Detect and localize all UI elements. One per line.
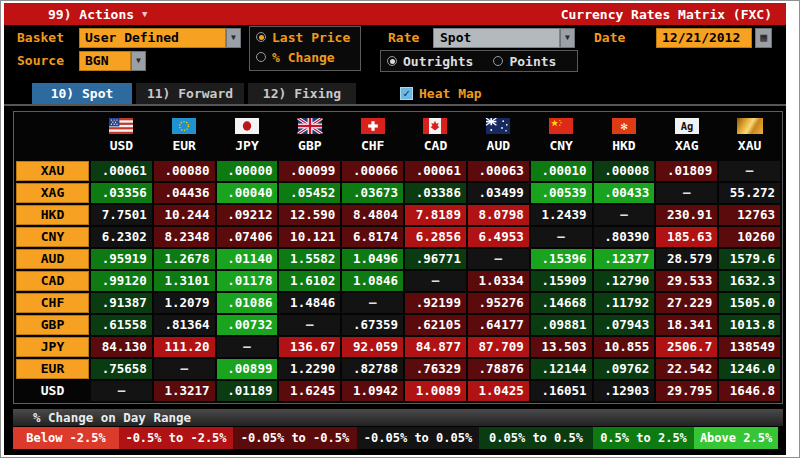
- cell-chf-eur[interactable]: 1.2079: [154, 293, 215, 313]
- row-label-cny[interactable]: CNY: [16, 227, 89, 247]
- cell-usd-gbp[interactable]: 1.6245: [279, 381, 340, 401]
- cell-chf-usd[interactable]: .91387: [91, 293, 152, 313]
- cell-hkd-aud[interactable]: 8.0798: [468, 205, 529, 225]
- radio-change[interactable]: % Change: [250, 47, 360, 67]
- cell-usd-xag[interactable]: 29.795: [656, 381, 717, 401]
- cell-hkd-chf[interactable]: 8.4804: [342, 205, 403, 225]
- heat-map-toggle[interactable]: ✓ Heat Map: [400, 83, 482, 104]
- cell-jpy-usd[interactable]: 84.130: [91, 337, 152, 357]
- row-label-gbp[interactable]: GBP: [16, 315, 89, 335]
- cell-aud-xau[interactable]: 1579.6: [719, 249, 780, 269]
- cell-cny-eur[interactable]: 8.2348: [154, 227, 215, 247]
- cell-cad-gbp[interactable]: 1.6102: [279, 271, 340, 291]
- cell-chf-aud[interactable]: .95276: [468, 293, 529, 313]
- cell-gbp-eur[interactable]: .81364: [154, 315, 215, 335]
- cell-eur-xau[interactable]: 1246.0: [719, 359, 780, 379]
- cell-cad-xag[interactable]: 29.533: [656, 271, 717, 291]
- cell-chf-chf[interactable]: –: [342, 293, 403, 313]
- cell-aud-chf[interactable]: 1.0496: [342, 249, 403, 269]
- cell-jpy-xag[interactable]: 2506.7: [656, 337, 717, 357]
- cell-gbp-chf[interactable]: .67359: [342, 315, 403, 335]
- calendar-icon[interactable]: ▦: [755, 28, 772, 48]
- cell-eur-aud[interactable]: .78876: [468, 359, 529, 379]
- cell-chf-gbp[interactable]: 1.4846: [279, 293, 340, 313]
- cell-chf-xag[interactable]: 27.229: [656, 293, 717, 313]
- cell-eur-usd[interactable]: .75658: [91, 359, 152, 379]
- row-label-jpy[interactable]: JPY: [16, 337, 89, 357]
- actions-menu[interactable]: 99) Actions ▼: [48, 7, 148, 22]
- cell-eur-chf[interactable]: .82788: [342, 359, 403, 379]
- date-input[interactable]: 12/21/2012: [656, 28, 752, 48]
- cell-cad-chf[interactable]: 1.0846: [342, 271, 403, 291]
- cell-aud-gbp[interactable]: 1.5582: [279, 249, 340, 269]
- row-label-eur[interactable]: EUR: [16, 359, 89, 379]
- tab-11-forward[interactable]: 11) Forward: [136, 83, 244, 104]
- row-label-hkd[interactable]: HKD: [16, 205, 89, 225]
- cell-hkd-hkd[interactable]: –: [594, 205, 655, 225]
- cell-jpy-jpy[interactable]: –: [217, 337, 278, 357]
- row-label-chf[interactable]: CHF: [16, 293, 89, 313]
- cell-xau-jpy[interactable]: .00000: [217, 161, 278, 181]
- cell-gbp-gbp[interactable]: –: [279, 315, 340, 335]
- basket-select[interactable]: User Defined: [79, 28, 226, 48]
- heat-map-checkbox-icon[interactable]: ✓: [400, 87, 413, 100]
- cell-aud-usd[interactable]: .95919: [91, 249, 152, 269]
- cell-xag-aud[interactable]: .03499: [468, 183, 529, 203]
- cell-cny-hkd[interactable]: .80390: [594, 227, 655, 247]
- cell-chf-cny[interactable]: .14668: [531, 293, 592, 313]
- cell-cny-gbp[interactable]: 10.121: [279, 227, 340, 247]
- cell-jpy-cad[interactable]: 84.877: [405, 337, 466, 357]
- cell-cny-jpy[interactable]: .07406: [217, 227, 278, 247]
- cell-eur-xag[interactable]: 22.542: [656, 359, 717, 379]
- cell-jpy-cny[interactable]: 13.503: [531, 337, 592, 357]
- cell-xau-xau[interactable]: –: [719, 161, 780, 181]
- cell-xau-chf[interactable]: .00066: [342, 161, 403, 181]
- cell-aud-xag[interactable]: 28.579: [656, 249, 717, 269]
- cell-cad-eur[interactable]: 1.3101: [154, 271, 215, 291]
- cell-gbp-hkd[interactable]: .07943: [594, 315, 655, 335]
- radio-points[interactable]: Points: [487, 51, 556, 71]
- cell-chf-hkd[interactable]: .11792: [594, 293, 655, 313]
- source-select[interactable]: BGN: [79, 51, 131, 71]
- cell-aud-aud[interactable]: –: [468, 249, 529, 269]
- cell-xag-gbp[interactable]: .05452: [279, 183, 340, 203]
- cell-xag-eur[interactable]: .04436: [154, 183, 215, 203]
- cell-aud-cad[interactable]: .96771: [405, 249, 466, 269]
- row-label-xag[interactable]: XAG: [16, 183, 89, 203]
- row-label-aud[interactable]: AUD: [16, 249, 89, 269]
- cell-chf-xau[interactable]: 1505.0: [719, 293, 780, 313]
- cell-cad-xau[interactable]: 1632.3: [719, 271, 780, 291]
- cell-usd-cad[interactable]: 1.0089: [405, 381, 466, 401]
- cell-xag-hkd[interactable]: .00433: [594, 183, 655, 203]
- cell-usd-eur[interactable]: 1.3217: [154, 381, 215, 401]
- cell-jpy-aud[interactable]: 87.709: [468, 337, 529, 357]
- cell-chf-jpy[interactable]: .01086: [217, 293, 278, 313]
- cell-eur-jpy[interactable]: .00899: [217, 359, 278, 379]
- radio-outrights[interactable]: Outrights: [381, 51, 473, 71]
- cell-hkd-cad[interactable]: 7.8189: [405, 205, 466, 225]
- cell-gbp-cny[interactable]: .09881: [531, 315, 592, 335]
- row-label-xau[interactable]: XAU: [16, 161, 89, 181]
- cell-cny-usd[interactable]: 6.2302: [91, 227, 152, 247]
- row-label-cad[interactable]: CAD: [16, 271, 89, 291]
- cell-chf-cad[interactable]: .92199: [405, 293, 466, 313]
- cell-usd-aud[interactable]: 1.0425: [468, 381, 529, 401]
- cell-cny-cad[interactable]: 6.2856: [405, 227, 466, 247]
- cell-eur-gbp[interactable]: 1.2290: [279, 359, 340, 379]
- cell-jpy-eur[interactable]: 111.20: [154, 337, 215, 357]
- cell-xag-jpy[interactable]: .00040: [217, 183, 278, 203]
- rate-select[interactable]: Spot: [433, 28, 560, 48]
- cell-eur-eur[interactable]: –: [154, 359, 215, 379]
- rate-dropdown-arrow-icon[interactable]: ▼: [560, 28, 575, 48]
- cell-gbp-cad[interactable]: .62105: [405, 315, 466, 335]
- cell-hkd-eur[interactable]: 10.244: [154, 205, 215, 225]
- cell-hkd-jpy[interactable]: .09212: [217, 205, 278, 225]
- cell-xau-usd[interactable]: .00061: [91, 161, 152, 181]
- cell-cad-cad[interactable]: –: [405, 271, 466, 291]
- cell-usd-xau[interactable]: 1646.8: [719, 381, 780, 401]
- cell-jpy-hkd[interactable]: 10.855: [594, 337, 655, 357]
- cell-hkd-xau[interactable]: 12763: [719, 205, 780, 225]
- row-label-usd[interactable]: USD: [16, 381, 89, 401]
- cell-xag-xag[interactable]: –: [656, 183, 717, 203]
- cell-cad-cny[interactable]: .15909: [531, 271, 592, 291]
